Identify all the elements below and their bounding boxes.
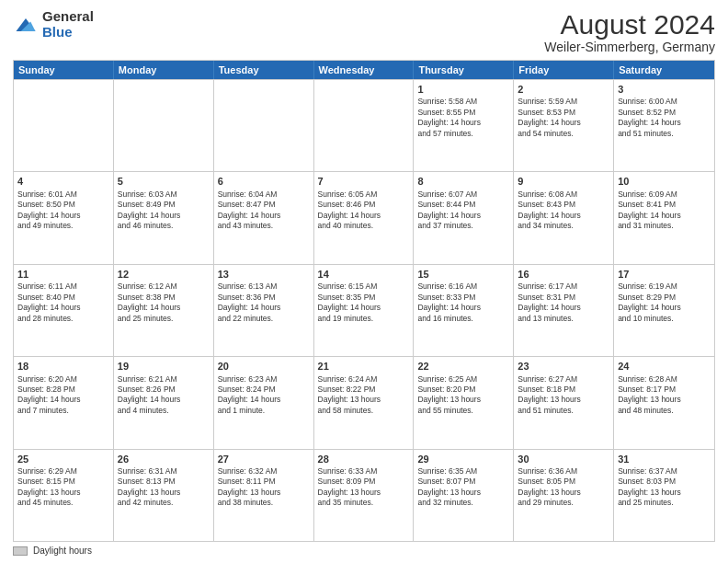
calendar-week: 25Sunrise: 6:29 AM Sunset: 8:15 PM Dayli…: [14, 449, 714, 541]
logo-blue: Blue: [42, 24, 73, 40]
day-detail: Sunrise: 6:05 AM Sunset: 8:46 PM Dayligh…: [318, 190, 410, 232]
logo-text: General Blue: [42, 9, 94, 40]
day-detail: Sunrise: 6:01 AM Sunset: 8:50 PM Dayligh…: [17, 190, 109, 232]
logo-general: General: [42, 8, 94, 24]
calendar-cell: 8Sunrise: 6:07 AM Sunset: 8:44 PM Daylig…: [414, 172, 514, 263]
page: General Blue August 2024 Weiler-Simmerbe…: [0, 0, 728, 563]
day-number: 7: [318, 175, 410, 188]
calendar-cell: 13Sunrise: 6:13 AM Sunset: 8:36 PM Dayli…: [214, 265, 314, 356]
calendar-cell: 6Sunrise: 6:04 AM Sunset: 8:47 PM Daylig…: [214, 172, 314, 263]
day-detail: Sunrise: 6:11 AM Sunset: 8:40 PM Dayligh…: [17, 282, 109, 324]
day-number: 15: [417, 268, 509, 281]
day-detail: Sunrise: 6:31 AM Sunset: 8:13 PM Dayligh…: [118, 466, 210, 509]
day-number: 10: [618, 175, 711, 188]
calendar-cell: 30Sunrise: 6:36 AM Sunset: 8:05 PM Dayli…: [514, 450, 614, 541]
day-detail: Sunrise: 6:09 AM Sunset: 8:41 PM Dayligh…: [618, 190, 711, 232]
calendar-cell: 9Sunrise: 6:08 AM Sunset: 8:43 PM Daylig…: [514, 172, 614, 263]
day-detail: Sunrise: 6:25 AM Sunset: 8:20 PM Dayligh…: [417, 374, 509, 417]
calendar-cell: 1Sunrise: 5:58 AM Sunset: 8:55 PM Daylig…: [414, 80, 514, 171]
day-detail: Sunrise: 6:29 AM Sunset: 8:15 PM Dayligh…: [17, 466, 109, 509]
calendar-week: 18Sunrise: 6:20 AM Sunset: 8:28 PM Dayli…: [14, 356, 714, 448]
calendar-cell: 22Sunrise: 6:25 AM Sunset: 8:20 PM Dayli…: [414, 357, 514, 448]
calendar-header-cell: Saturday: [614, 61, 714, 79]
calendar-cell: 20Sunrise: 6:23 AM Sunset: 8:24 PM Dayli…: [214, 357, 314, 448]
calendar-cell: 14Sunrise: 6:15 AM Sunset: 8:35 PM Dayli…: [314, 265, 415, 356]
day-number: 18: [17, 360, 109, 373]
calendar-cell: [14, 80, 114, 171]
day-detail: Sunrise: 6:12 AM Sunset: 8:38 PM Dayligh…: [118, 282, 210, 324]
day-number: 30: [518, 453, 609, 465]
calendar-cell: [214, 80, 314, 171]
day-detail: Sunrise: 6:00 AM Sunset: 8:52 PM Dayligh…: [618, 97, 711, 139]
calendar-cell: 21Sunrise: 6:24 AM Sunset: 8:22 PM Dayli…: [314, 357, 415, 448]
day-number: 8: [417, 175, 509, 188]
calendar-cell: 15Sunrise: 6:16 AM Sunset: 8:33 PM Dayli…: [414, 265, 514, 356]
calendar-cell: 28Sunrise: 6:33 AM Sunset: 8:09 PM Dayli…: [314, 450, 415, 541]
day-detail: Sunrise: 5:59 AM Sunset: 8:53 PM Dayligh…: [518, 97, 609, 139]
day-number: 1: [417, 83, 509, 96]
day-number: 5: [118, 175, 210, 188]
day-number: 17: [618, 268, 711, 281]
calendar-cell: 7Sunrise: 6:05 AM Sunset: 8:46 PM Daylig…: [314, 172, 415, 263]
legend: Daylight hours: [13, 546, 715, 556]
day-number: 11: [17, 268, 109, 281]
calendar-cell: 2Sunrise: 5:59 AM Sunset: 8:53 PM Daylig…: [514, 80, 614, 171]
day-detail: Sunrise: 6:32 AM Sunset: 8:11 PM Dayligh…: [218, 466, 310, 509]
day-detail: Sunrise: 6:28 AM Sunset: 8:17 PM Dayligh…: [618, 374, 711, 417]
day-number: 25: [17, 453, 109, 465]
day-number: 29: [417, 453, 509, 465]
logo: General Blue: [13, 9, 94, 40]
calendar-header-cell: Sunday: [14, 61, 114, 79]
day-number: 28: [318, 453, 410, 465]
day-detail: Sunrise: 6:19 AM Sunset: 8:29 PM Dayligh…: [618, 282, 711, 324]
day-detail: Sunrise: 6:04 AM Sunset: 8:47 PM Dayligh…: [218, 190, 310, 232]
calendar-cell: 3Sunrise: 6:00 AM Sunset: 8:52 PM Daylig…: [614, 80, 714, 171]
day-number: 6: [218, 175, 310, 188]
calendar-cell: 19Sunrise: 6:21 AM Sunset: 8:26 PM Dayli…: [114, 357, 214, 448]
day-number: 13: [218, 268, 310, 281]
calendar-body: 1Sunrise: 5:58 AM Sunset: 8:55 PM Daylig…: [14, 79, 714, 541]
calendar-week: 11Sunrise: 6:11 AM Sunset: 8:40 PM Dayli…: [14, 264, 714, 356]
calendar-cell: 18Sunrise: 6:20 AM Sunset: 8:28 PM Dayli…: [14, 357, 114, 448]
day-detail: Sunrise: 6:27 AM Sunset: 8:18 PM Dayligh…: [518, 374, 609, 417]
day-number: 2: [518, 83, 609, 96]
day-detail: Sunrise: 6:36 AM Sunset: 8:05 PM Dayligh…: [518, 466, 609, 509]
day-detail: Sunrise: 6:16 AM Sunset: 8:33 PM Dayligh…: [417, 282, 509, 324]
day-number: 21: [318, 360, 410, 373]
day-number: 31: [618, 453, 711, 465]
calendar-header: SundayMondayTuesdayWednesdayThursdayFrid…: [14, 61, 714, 79]
day-number: 27: [218, 453, 310, 465]
logo-icon: [13, 12, 39, 38]
month-title: August 2024: [544, 9, 715, 40]
legend-label: Daylight hours: [33, 546, 92, 556]
calendar-cell: 25Sunrise: 6:29 AM Sunset: 8:15 PM Dayli…: [14, 450, 114, 541]
day-number: 26: [118, 453, 210, 465]
day-detail: Sunrise: 6:33 AM Sunset: 8:09 PM Dayligh…: [318, 466, 410, 509]
day-number: 14: [318, 268, 410, 281]
day-number: 22: [417, 360, 509, 373]
calendar-cell: 17Sunrise: 6:19 AM Sunset: 8:29 PM Dayli…: [614, 265, 714, 356]
legend-box: [13, 546, 28, 556]
calendar-header-cell: Monday: [114, 61, 214, 79]
calendar-cell: 10Sunrise: 6:09 AM Sunset: 8:41 PM Dayli…: [614, 172, 714, 263]
calendar-week: 4Sunrise: 6:01 AM Sunset: 8:50 PM Daylig…: [14, 171, 714, 263]
day-detail: Sunrise: 6:13 AM Sunset: 8:36 PM Dayligh…: [218, 282, 310, 324]
day-number: 3: [618, 83, 711, 96]
day-number: 24: [618, 360, 711, 373]
calendar-header-cell: Tuesday: [214, 61, 314, 79]
day-detail: Sunrise: 6:24 AM Sunset: 8:22 PM Dayligh…: [318, 374, 410, 417]
calendar-cell: [314, 80, 415, 171]
day-number: 9: [518, 175, 609, 188]
calendar-header-cell: Thursday: [414, 61, 514, 79]
calendar-cell: 26Sunrise: 6:31 AM Sunset: 8:13 PM Dayli…: [114, 450, 214, 541]
calendar-cell: 27Sunrise: 6:32 AM Sunset: 8:11 PM Dayli…: [214, 450, 314, 541]
day-number: 20: [218, 360, 310, 373]
day-detail: Sunrise: 6:15 AM Sunset: 8:35 PM Dayligh…: [318, 282, 410, 324]
day-detail: Sunrise: 6:08 AM Sunset: 8:43 PM Dayligh…: [518, 190, 609, 232]
calendar-cell: 12Sunrise: 6:12 AM Sunset: 8:38 PM Dayli…: [114, 265, 214, 356]
day-detail: Sunrise: 5:58 AM Sunset: 8:55 PM Dayligh…: [417, 97, 509, 139]
calendar-cell: 5Sunrise: 6:03 AM Sunset: 8:49 PM Daylig…: [114, 172, 214, 263]
day-detail: Sunrise: 6:07 AM Sunset: 8:44 PM Dayligh…: [417, 190, 509, 232]
header: General Blue August 2024 Weiler-Simmerbe…: [13, 9, 715, 54]
calendar-cell: [114, 80, 214, 171]
